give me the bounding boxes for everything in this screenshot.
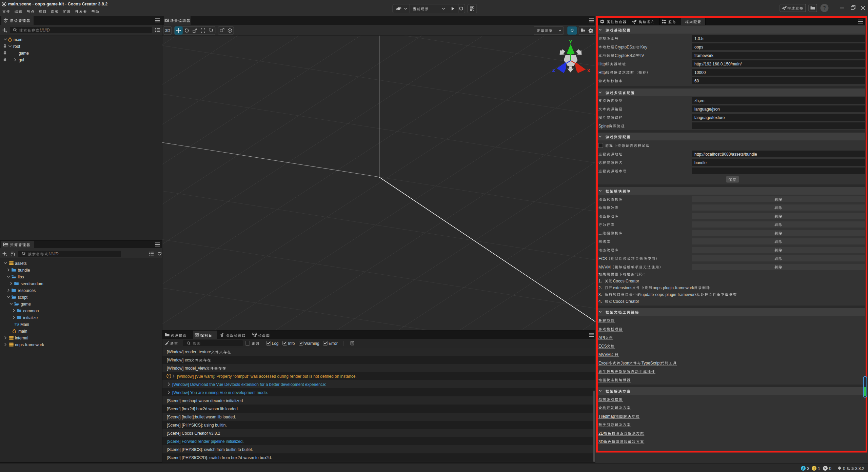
svg-text:language/json: language/json <box>694 107 720 112</box>
svg-text:internal: internal <box>15 336 28 340</box>
svg-text:[Window] render_texture: [Window] render_texture <box>167 350 211 354</box>
svg-text:[Scene] Forward render pipelin: [Scene] Forward render pipeline initiali… <box>167 439 244 444</box>
svg-text:10000: 10000 <box>694 70 706 75</box>
svg-text:ECS: ECS <box>598 256 607 261</box>
svg-text:Log: Log <box>272 341 279 346</box>
svg-text:Http: Http <box>598 70 606 75</box>
svg-text:[Window] [Vue warn]: Property: [Window] [Vue warn]: Property "onInput" … <box>177 374 357 379</box>
svg-text:Excel: Excel <box>598 361 608 366</box>
svg-text:[Scene] [PHYSICS]: using built: [Scene] [PHYSICS]: using builtin. <box>167 423 227 428</box>
svg-text:resources: resources <box>18 288 36 293</box>
svg-text:3D: 3D <box>598 439 604 444</box>
svg-text:oops-framework: oops-framework <box>15 342 44 347</box>
svg-text:[Scene] Cocos Creator v3.8.2: [Scene] Cocos Creator v3.8.2 <box>167 431 220 436</box>
svg-text:oops: oops <box>694 45 703 50</box>
svg-text:seedrandom: seedrandom <box>21 281 43 286</box>
svg-text:[Scene] [box2d]:box2d wasm lib: [Scene] [box2d]:box2d wasm lib loaded. <box>167 407 239 411</box>
svg-text:main.scene - oops-game-kit - C: main.scene - oops-game-kit - Cocos Creat… <box>8 2 107 6</box>
svg-text:60: 60 <box>694 79 699 83</box>
svg-text:2D: 2D <box>598 431 604 436</box>
svg-text:[Scene] meshopt wasm decoder i: [Scene] meshopt wasm decoder initialized <box>167 398 243 403</box>
svg-text:3D: 3D <box>165 28 170 33</box>
svg-text:[Window] You are running Vue i: [Window] You are running Vue in developm… <box>172 390 268 395</box>
svg-text:libs: libs <box>18 275 24 279</box>
svg-text:API: API <box>598 335 605 340</box>
svg-text:Key: Key <box>640 45 647 50</box>
svg-text:initialize: initialize <box>23 315 38 320</box>
svg-text:Warning: Warning <box>304 341 319 346</box>
svg-text:0: 0 <box>829 466 831 471</box>
svg-text:CryptoES: CryptoES <box>615 45 632 50</box>
svg-text:CryptoES: CryptoES <box>615 53 632 58</box>
svg-text:game: game <box>21 302 31 307</box>
svg-text:[Window] Download the Vue Devt: [Window] Download the Vue Devtools exten… <box>172 382 326 387</box>
svg-text:extensions: extensions <box>613 286 632 290</box>
svg-text:ECS: ECS <box>598 344 607 349</box>
svg-text:language/texture: language/texture <box>694 115 725 120</box>
svg-text:http://localhost:8083/assets/b: http://localhost:8083/assets/bundle <box>694 152 757 157</box>
svg-text:?: ? <box>823 5 826 11</box>
svg-text:Cocos Creator: Cocos Creator <box>613 299 639 304</box>
svg-text:TypeScript: TypeScript <box>642 361 661 366</box>
svg-text:Cocos Creator: Cocos Creator <box>613 279 639 283</box>
svg-text:update-oops-plugin-framework: update-oops-plugin-framework <box>642 292 697 297</box>
svg-text:X: X <box>587 68 590 73</box>
svg-text:Main: Main <box>20 322 29 327</box>
svg-text:gui: gui <box>19 58 24 62</box>
svg-text:framework: framework <box>694 53 714 58</box>
svg-text:[Scene] [PHYSICS2D]: switch fr: [Scene] [PHYSICS2D]: switch from box2d-w… <box>167 455 272 460</box>
svg-text:2: 2 <box>598 286 601 290</box>
svg-text:[Window] ecs: [Window] ecs <box>167 358 191 362</box>
svg-text:UUID: UUID <box>40 28 50 33</box>
svg-text:MVVM: MVVM <box>598 265 611 270</box>
svg-text:oops-plugin-framework: oops-plugin-framework <box>653 286 694 290</box>
svg-text:3: 3 <box>598 292 601 297</box>
svg-text:common: common <box>23 309 39 313</box>
svg-text:3: 3 <box>807 466 809 471</box>
svg-text:Error: Error <box>329 341 338 346</box>
svg-text:main: main <box>14 37 22 42</box>
svg-text:assets: assets <box>15 261 27 266</box>
svg-text:root: root <box>13 44 20 49</box>
svg-text:IV: IV <box>640 53 644 58</box>
svg-text:0: 0 <box>843 466 845 471</box>
svg-text:[Scene] [bullet]:bullet wasm l: [Scene] [bullet]:bullet wasm lib loaded. <box>167 415 236 419</box>
svg-text:Y: Y <box>569 39 572 44</box>
svg-text:1.0.5: 1.0.5 <box>694 36 704 41</box>
svg-text:Tiledmap: Tiledmap <box>598 414 615 419</box>
svg-text:Json: Json <box>620 361 629 366</box>
svg-text:UUID: UUID <box>48 252 59 256</box>
svg-text:[Window] model_view: [Window] model_view <box>167 366 206 371</box>
svg-text:bundle: bundle <box>694 160 707 165</box>
svg-text:bundle: bundle <box>18 268 30 273</box>
svg-text:main: main <box>18 329 27 334</box>
svg-text:script: script <box>18 295 28 300</box>
svg-text:Z: Z <box>552 68 555 73</box>
svg-text:1: 1 <box>598 279 601 283</box>
svg-text:Http: Http <box>598 62 606 66</box>
svg-text:Spine: Spine <box>598 124 609 129</box>
svg-text:3.8.2: 3.8.2 <box>855 466 864 471</box>
svg-text:http://192.168.0.150/main/: http://192.168.0.150/main/ <box>694 62 742 66</box>
svg-text:game: game <box>19 51 29 56</box>
svg-text:1: 1 <box>818 466 820 471</box>
svg-text:TS: TS <box>14 322 19 326</box>
svg-text:zh,en: zh,en <box>694 98 704 103</box>
svg-text:MVVM: MVVM <box>598 352 611 357</box>
svg-text:Info: Info <box>288 341 295 346</box>
svg-text:[Scene] [PHYSICS]: switch from: [Scene] [PHYSICS]: switch from builtin t… <box>167 447 253 452</box>
svg-text:4: 4 <box>598 299 601 304</box>
